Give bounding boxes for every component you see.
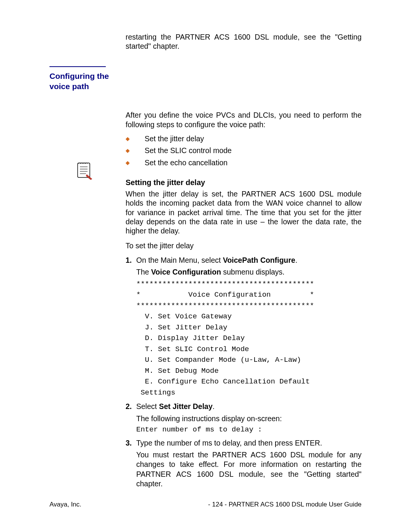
subheading-jitter: Setting the jitter delay [126, 178, 362, 187]
step-number: 1. [126, 256, 132, 265]
step-1: 1. On the Main Menu, select VoicePath Co… [126, 256, 362, 398]
notepad-icon [75, 161, 93, 180]
text-fragment: On the Main Menu, select [136, 256, 223, 264]
list-item-text: Set the jitter delay [145, 133, 204, 144]
list-item: ◆ Set the echo cancellation [126, 157, 362, 169]
step-text: On the Main Menu, select VoicePath Confi… [136, 256, 297, 264]
step-subtext: The following instructions display on-sc… [136, 414, 362, 423]
list-item-text: Set the SLIC control mode [145, 145, 232, 156]
screen-prompt: Enter number of ms to delay : [136, 425, 362, 435]
bold-fragment: Voice Configuration [151, 268, 221, 276]
page-footer: Avaya, Inc. - 124 - PARTNER ACS 1600 DSL… [49, 501, 362, 508]
bold-fragment: Set Jitter Delay [159, 402, 213, 411]
top-continued-text: restarting the PARTNER ACS 1600 DSL modu… [126, 32, 362, 51]
to-set-line: To set the jitter delay [126, 241, 362, 250]
text-fragment: . [295, 256, 297, 264]
section-heading: Configuring the voice path [49, 71, 126, 92]
bold-fragment: VoicePath Configure [223, 256, 295, 264]
step-text: Type the number of ms to delay, and then… [136, 439, 322, 447]
step-number: 3. [126, 438, 132, 448]
svg-rect-0 [78, 163, 90, 177]
list-item: ◆ Set the SLIC control mode [126, 145, 362, 157]
ordered-steps: 1. On the Main Menu, select VoicePath Co… [126, 256, 362, 489]
step-subtext: The Voice Configuration submenu displays… [136, 267, 362, 277]
step-number: 2. [126, 402, 132, 411]
step-text: Select Set Jitter Delay. [136, 402, 215, 411]
list-item: ◆ Set the jitter delay [126, 133, 362, 145]
menu-output: ****************************************… [136, 279, 362, 398]
text-fragment: The [136, 268, 151, 276]
footer-right: - 124 - PARTNER ACS 1600 DSL module User… [208, 501, 362, 508]
section-rule [49, 66, 106, 67]
step-2: 2. Select Set Jitter Delay. The followin… [126, 402, 362, 434]
intro-paragraph: After you define the voice PVCs and DLCI… [126, 110, 362, 129]
step-3: 3. Type the number of ms to delay, and t… [126, 438, 362, 489]
jitter-paragraph: When the jitter delay is set, the PARTNE… [126, 189, 362, 236]
list-item-text: Set the echo cancellation [145, 157, 228, 168]
diamond-bullet-icon: ◆ [126, 159, 145, 167]
step-subtext: You must restart the PARTNER ACS 1600 DS… [136, 450, 362, 489]
text-fragment: submenu displays. [221, 268, 285, 276]
diamond-bullet-icon: ◆ [126, 135, 145, 143]
bullet-list: ◆ Set the jitter delay ◆ Set the SLIC co… [126, 133, 362, 169]
text-fragment: Select [136, 402, 159, 411]
text-fragment: . [213, 402, 215, 411]
diamond-bullet-icon: ◆ [126, 147, 145, 155]
footer-left: Avaya, Inc. [49, 501, 81, 508]
